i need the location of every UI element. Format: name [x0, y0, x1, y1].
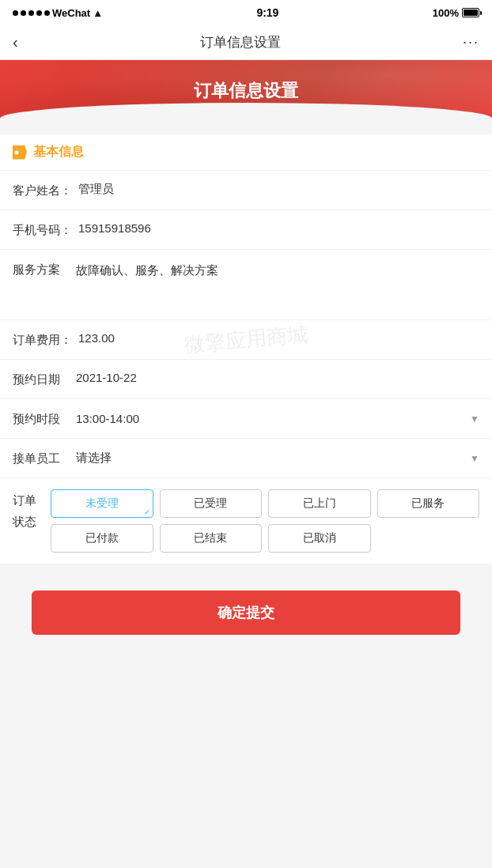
status-bar: WeChat ▲ 9:19 100% — [0, 0, 492, 25]
battery-icon — [462, 8, 479, 17]
status-btn-paid[interactable]: 已付款 — [51, 524, 153, 553]
status-btn-accepted[interactable]: 已受理 — [160, 489, 263, 518]
status-left: WeChat ▲ — [13, 7, 103, 19]
customer-name-value: 管理员 — [78, 182, 479, 197]
status-btn-cancelled[interactable]: 已取消 — [268, 524, 371, 553]
order-fee-row: 订单费用： 123.00 微擎应用商城 — [0, 320, 492, 360]
nav-bar: ‹ 订单信息设置 ··· — [0, 25, 492, 60]
staff-row[interactable]: 接单员工 请选择 ▼ — [0, 439, 492, 478]
signal-dots — [13, 10, 50, 16]
status-btn-serviced[interactable]: 已服务 — [377, 489, 480, 518]
staff-value: 请选择 — [76, 451, 470, 466]
wifi-icon: ▲ — [93, 7, 103, 19]
header-wave — [0, 103, 492, 134]
appointment-date-label: 预约日期 — [13, 371, 70, 387]
status-right: 100% — [433, 7, 479, 19]
section-title: 基本信息 — [33, 144, 84, 160]
appointment-date-value: 2021-10-22 — [76, 371, 479, 384]
status-buttons-grid: 未受理 已受理 已上门 已服务 已付款 已结束 已取消 — [51, 489, 479, 553]
staff-chevron-icon: ▼ — [470, 453, 479, 464]
service-plan-row[interactable]: 服务方案 故障确认、服务、解决方案 — [0, 250, 492, 320]
header-banner: 订单信息设置 — [0, 60, 492, 134]
time-slot-value: 13:00-14:00 — [76, 412, 470, 425]
customer-name-row: 客户姓名： 管理员 — [0, 171, 492, 210]
content-area: 基本信息 客户姓名： 管理员 手机号码： 15915918596 服务方案 故障… — [0, 134, 492, 666]
order-status-label: 订单 状态 — [13, 489, 44, 532]
basic-info-section: 基本信息 客户姓名： 管理员 手机号码： 15915918596 服务方案 故障… — [0, 134, 492, 564]
customer-name-label: 客户姓名： — [13, 182, 72, 198]
status-btn-empty — [377, 524, 480, 553]
status-btn-pending[interactable]: 未受理 — [51, 489, 153, 518]
phone-row: 手机号码： 15915918596 — [0, 210, 492, 250]
section-header: 基本信息 — [0, 134, 492, 171]
back-button[interactable]: ‹ — [13, 33, 18, 51]
time-slot-row[interactable]: 预约时段 13:00-14:00 ▼ — [0, 399, 492, 439]
nav-title: 订单信息设置 — [200, 33, 281, 51]
header-banner-title: 订单信息设置 — [13, 79, 479, 103]
phone-label: 手机号码： — [13, 221, 72, 238]
service-plan-label: 服务方案 — [13, 261, 70, 277]
time-slot-label: 预约时段 — [13, 410, 70, 427]
battery-percent: 100% — [433, 7, 459, 19]
more-button[interactable]: ··· — [463, 34, 479, 51]
service-plan-value[interactable]: 故障确认、服务、解决方案 — [76, 261, 479, 308]
submit-button[interactable]: 确定提交 — [32, 591, 460, 635]
status-btn-visited[interactable]: 已上门 — [268, 489, 371, 518]
status-time: 9:19 — [256, 6, 278, 19]
status-btn-ended[interactable]: 已结束 — [160, 524, 263, 553]
tag-icon — [13, 145, 27, 160]
carrier-name: WeChat — [52, 7, 90, 19]
submit-section: 确定提交 — [0, 572, 492, 666]
staff-label: 接单员工 — [13, 450, 70, 466]
appointment-date-row: 预约日期 2021-10-22 — [0, 360, 492, 399]
time-slot-chevron-icon: ▼ — [470, 413, 479, 425]
order-status-row: 订单 状态 未受理 已受理 已上门 已服务 已付款 已结束 已取消 — [0, 478, 492, 564]
order-fee-label: 订单费用： — [13, 331, 72, 348]
phone-value: 15915918596 — [78, 221, 479, 235]
order-fee-value: 123.00 — [78, 331, 479, 345]
